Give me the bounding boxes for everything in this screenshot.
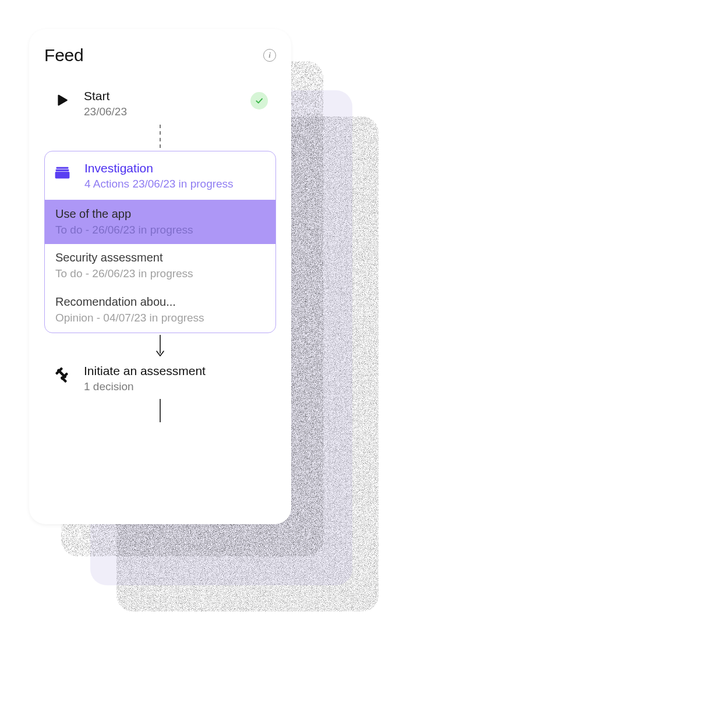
connector-dashed xyxy=(44,123,276,150)
svg-rect-10 xyxy=(55,172,70,179)
svg-rect-8 xyxy=(56,167,69,168)
connector-arrow xyxy=(44,333,276,360)
step-start-date: 23/06/23 xyxy=(84,104,238,119)
step-assessment[interactable]: Initiate an assessment 1 decision xyxy=(44,360,276,398)
play-icon xyxy=(52,91,71,109)
status-done-badge xyxy=(250,92,268,109)
info-icon[interactable]: i xyxy=(263,49,276,62)
step-start[interactable]: Start 23/06/23 xyxy=(44,85,276,123)
assessment-title: Initiate an assessment xyxy=(84,363,268,378)
connector-tail xyxy=(44,397,276,424)
step-start-title: Start xyxy=(84,89,238,103)
task-row[interactable]: Use of the app To do - 26/06/23 in progr… xyxy=(45,200,275,245)
task-title: Recomendation abou... xyxy=(55,294,265,309)
folder-stack-icon xyxy=(53,163,72,182)
step-investigation: Investigation 4 Actions 23/06/23 in prog… xyxy=(44,151,276,333)
feed-card: Feed i Start 23/06/23 Investiga xyxy=(29,29,291,524)
task-row[interactable]: Security assessment To do - 26/06/23 in … xyxy=(45,244,275,288)
svg-rect-9 xyxy=(56,169,69,171)
task-title: Use of the app xyxy=(55,206,265,221)
task-meta: To do - 26/06/23 in progress xyxy=(55,222,265,238)
investigation-header[interactable]: Investigation 4 Actions 23/06/23 in prog… xyxy=(45,151,275,200)
task-title: Security assessment xyxy=(55,250,265,265)
task-row[interactable]: Recomendation abou... Opinion - 04/07/23… xyxy=(45,288,275,333)
task-meta: Opinion - 04/07/23 in progress xyxy=(55,310,265,326)
gavel-icon xyxy=(52,366,71,384)
assessment-meta: 1 decision xyxy=(84,379,268,394)
card-header: Feed i xyxy=(44,45,276,65)
investigation-title: Investigation xyxy=(84,161,267,175)
task-meta: To do - 26/06/23 in progress xyxy=(55,266,265,281)
investigation-meta: 4 Actions 23/06/23 in progress xyxy=(84,176,267,192)
card-title: Feed xyxy=(44,45,84,65)
